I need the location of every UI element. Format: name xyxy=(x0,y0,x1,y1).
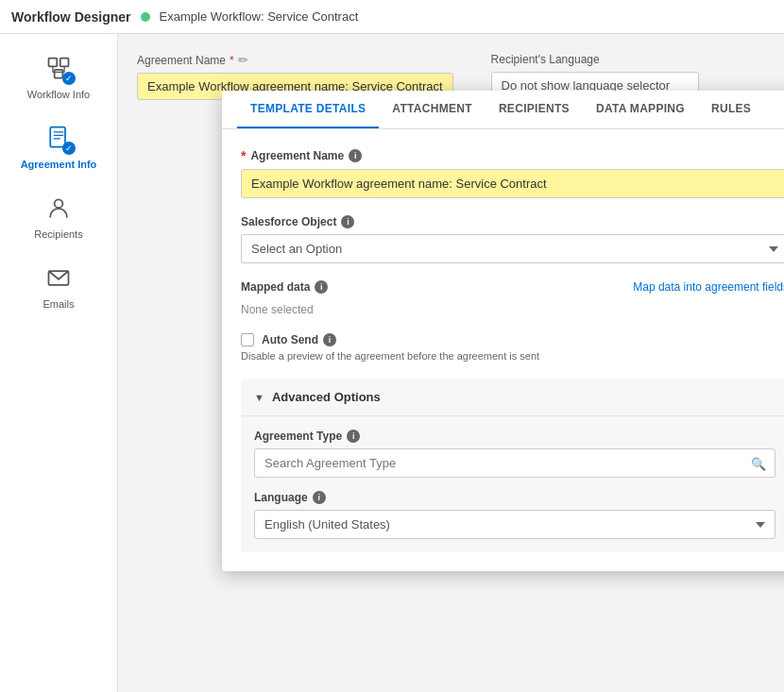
tab-recipients[interactable]: RECIPIENTS xyxy=(486,91,583,128)
agreement-name-info-icon[interactable]: i xyxy=(349,149,362,162)
status-dot xyxy=(141,12,150,22)
sidebar-item-recipients[interactable]: Recipients xyxy=(0,183,117,249)
svg-point-11 xyxy=(55,199,63,208)
agreement-type-section: Agreement Type i 🔍 xyxy=(254,430,775,478)
edit-icon[interactable]: ✏ xyxy=(238,53,248,67)
auto-send-description: Disable a preview of the agreement befor… xyxy=(241,350,784,362)
svg-rect-0 xyxy=(49,59,58,67)
agreement-type-search-wrap: 🔍 xyxy=(254,448,775,478)
workflow-info-icon xyxy=(43,53,74,83)
agreement-type-search-input[interactable] xyxy=(254,448,775,478)
advanced-options-header[interactable]: ▼ Advanced Options xyxy=(241,379,784,416)
agreement-info-icon xyxy=(43,123,74,153)
tab-template-details[interactable]: TEMPLATE DETAILS xyxy=(237,91,379,128)
auto-send-label: Auto Send i xyxy=(262,333,336,346)
salesforce-object-select[interactable]: Select an Option xyxy=(241,234,784,263)
workflow-info-check-badge xyxy=(62,72,76,85)
sidebar: Workflow Info Agreement Info xyxy=(0,34,118,692)
required-star: * xyxy=(230,54,234,67)
emails-icon xyxy=(43,262,74,293)
mapped-data-section: Mapped data i None selected Map data int… xyxy=(241,280,784,316)
template-details-modal: TEMPLATE DETAILS ATTACHMENT RECIPIENTS D… xyxy=(222,91,784,571)
agreement-info-check-badge xyxy=(62,142,76,155)
sidebar-item-emails-label: Emails xyxy=(43,298,74,310)
sidebar-item-workflow-info-label: Workflow Info xyxy=(27,89,90,100)
tab-rules[interactable]: RULES xyxy=(698,91,764,128)
agreement-name-top-label: Agreement Name * ✏ xyxy=(137,53,453,67)
agreement-type-info-icon[interactable]: i xyxy=(347,430,360,443)
app-title: Workflow Designer xyxy=(11,9,131,25)
advanced-options-section: ▼ Advanced Options Agreement Type i xyxy=(241,379,784,552)
sidebar-item-emails[interactable]: Emails xyxy=(0,253,117,319)
auto-send-row: Auto Send i xyxy=(241,333,784,346)
sidebar-item-recipients-label: Recipients xyxy=(34,228,82,240)
search-icon: 🔍 xyxy=(751,456,766,470)
modal-agreement-name-input[interactable] xyxy=(241,169,784,198)
auto-send-section: Auto Send i Disable a preview of the agr… xyxy=(241,333,784,362)
auto-send-checkbox[interactable] xyxy=(241,333,254,346)
mapped-data-left: Mapped data i None selected xyxy=(241,280,328,316)
salesforce-object-section: Salesforce Object i Select an Option xyxy=(241,215,784,263)
language-info-icon[interactable]: i xyxy=(313,491,326,504)
salesforce-object-label: Salesforce Object i xyxy=(241,215,784,228)
tab-attachment[interactable]: ATTACHMENT xyxy=(379,91,486,128)
modal-body: * Agreement Name i Salesforce Object i S… xyxy=(222,129,784,571)
tab-data-mapping[interactable]: DATA MAPPING xyxy=(583,91,698,128)
recipient-language-label: Recipient's Language xyxy=(491,53,699,66)
mapped-data-label: Mapped data i xyxy=(241,280,328,294)
sidebar-item-workflow-info[interactable]: Workflow Info xyxy=(0,43,117,110)
map-data-link[interactable]: Map data into agreement fields xyxy=(633,280,784,294)
content-area: Agreement Name * ✏ Example Workflow agre… xyxy=(118,34,784,692)
top-bar: Workflow Designer Example Workflow: Serv… xyxy=(0,0,784,34)
recipients-icon xyxy=(43,193,74,223)
svg-rect-1 xyxy=(60,59,69,67)
mapped-data-info-icon[interactable]: i xyxy=(315,280,328,294)
modal-agreement-name-label: * Agreement Name i xyxy=(241,148,784,163)
language-label: Language i xyxy=(254,491,775,504)
main-layout: Workflow Info Agreement Info xyxy=(0,34,784,692)
sidebar-item-agreement-info-label: Agreement Info xyxy=(21,159,97,170)
language-section: Language i English (United States) xyxy=(254,491,775,539)
mapped-data-none: None selected xyxy=(241,303,328,316)
advanced-options-body: Agreement Type i 🔍 Language xyxy=(241,416,784,552)
chevron-down-icon: ▼ xyxy=(254,392,264,403)
workflow-name: Example Workflow: Service Contract xyxy=(160,9,359,24)
modal-agreement-name-section: * Agreement Name i xyxy=(241,148,784,198)
modal-tabs: TEMPLATE DETAILS ATTACHMENT RECIPIENTS D… xyxy=(222,91,784,129)
salesforce-object-info-icon[interactable]: i xyxy=(341,215,354,228)
sidebar-item-agreement-info[interactable]: Agreement Info xyxy=(0,113,117,179)
agreement-type-label: Agreement Type i xyxy=(254,430,775,443)
mapped-data-row: Mapped data i None selected Map data int… xyxy=(241,280,784,316)
language-select[interactable]: English (United States) xyxy=(254,510,775,539)
auto-send-info-icon[interactable]: i xyxy=(323,333,336,346)
